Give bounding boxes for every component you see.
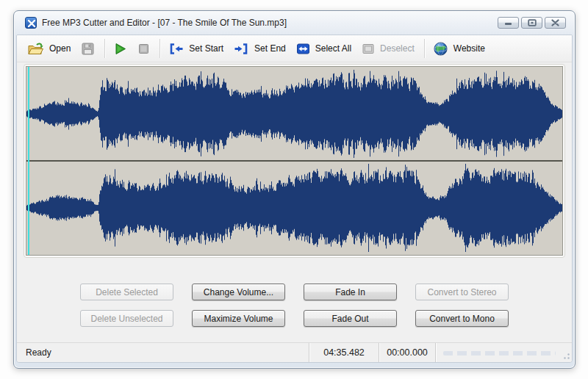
title-bar[interactable]: Free MP3 Cutter and Editor - [07 - The S… [14,11,575,35]
fade-out-button[interactable]: Fade Out [304,310,397,327]
toolbar-separator [159,39,160,58]
waveform-panel [26,66,563,256]
delete-unselected-button[interactable]: Delete Unselected [80,310,173,327]
window-controls [498,17,569,29]
open-label: Open [49,43,71,54]
stop-icon [137,43,150,55]
save-disk-icon [81,42,95,56]
watermark [443,351,556,355]
client-area: Open [16,35,573,363]
select-all-icon [296,43,310,55]
set-start-label: Set Start [189,43,223,54]
deselect-label: Deselect [380,43,415,54]
play-icon [113,42,127,56]
set-start-button[interactable]: Set Start [164,40,229,57]
waveform-frame [24,64,565,258]
position-time: 00:00.000 [379,343,435,362]
delete-selected-button[interactable]: Delete Selected [80,284,173,300]
window-title: Free MP3 Cutter and Editor - [07 - The S… [42,18,498,28]
save-button[interactable] [76,40,101,58]
set-end-label: Set End [254,43,286,54]
toolbar-separator [424,39,425,58]
website-globe-icon [433,41,448,57]
close-icon [551,19,559,26]
close-button[interactable] [545,17,566,29]
app-window: Free MP3 Cutter and Editor - [07 - The S… [13,10,576,369]
convert-to-mono-button[interactable]: Convert to Mono [415,310,509,327]
app-icon-glyph [26,18,37,29]
select-all-button[interactable]: Select All [292,40,357,57]
set-end-button[interactable]: Set End [229,40,292,57]
select-all-label: Select All [315,43,351,54]
maximize-icon [528,19,537,26]
waveform-canvas[interactable] [26,67,562,255]
deselect-button[interactable]: Deselect [357,40,420,57]
action-button-grid: Delete Selected Change Volume... Fade In… [17,284,572,327]
status-text: Ready [17,347,309,358]
change-volume-button[interactable]: Change Volume... [192,284,285,300]
deselect-icon [362,43,375,55]
minimize-icon [504,19,512,26]
convert-to-stereo-button[interactable]: Convert to Stereo [415,284,509,300]
stop-button[interactable] [133,40,156,57]
set-end-icon [234,43,249,55]
minimize-button[interactable] [498,17,519,29]
open-button[interactable]: Open [23,40,76,58]
play-button[interactable] [109,40,133,58]
toolbar: Open [17,35,572,62]
set-start-icon [168,43,184,55]
maximize-button[interactable] [521,17,542,29]
resize-grip[interactable] [562,352,570,361]
website-label: Website [453,43,485,54]
status-bar: Ready 04:35.482 00:00.000 [17,342,572,362]
maximize-volume-button[interactable]: Maximize Volume [192,310,285,327]
open-folder-icon [27,42,44,56]
website-button[interactable]: Website [429,39,491,59]
app-icon [25,17,37,29]
toolbar-separator [104,39,105,58]
total-time: 04:35.482 [309,343,379,362]
fade-in-button[interactable]: Fade In [304,284,397,300]
status-bar-tail [435,343,572,362]
